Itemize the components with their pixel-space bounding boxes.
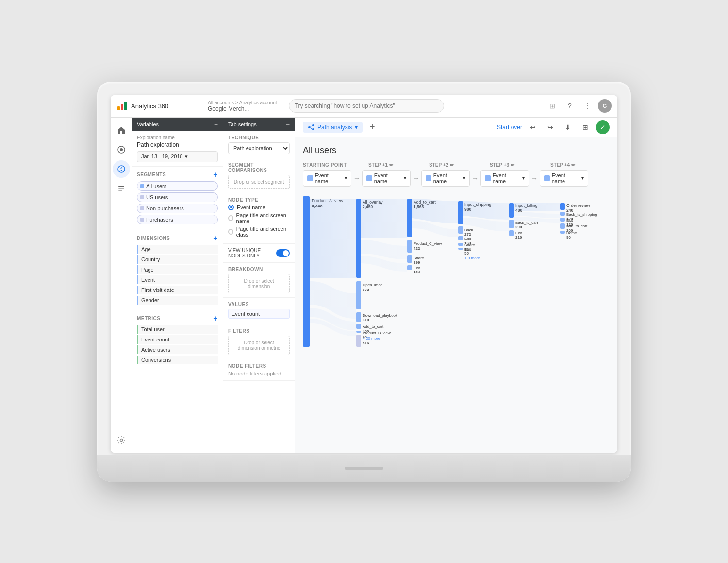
node-order-review[interactable] xyxy=(560,203,565,210)
node-open-imag[interactable] xyxy=(356,281,361,309)
node-exit-4[interactable] xyxy=(509,230,514,236)
label-20-more: + 20 more xyxy=(363,336,381,341)
node-input-billing[interactable] xyxy=(509,203,514,218)
filters-drop-zone[interactable]: Drop or select dimension or metric xyxy=(228,336,290,355)
segment-drop-zone[interactable]: Drop or select segment xyxy=(228,175,290,189)
nav-reports[interactable] xyxy=(113,180,130,197)
node-type-page-title-screen-name[interactable]: Page title and screen name xyxy=(228,212,290,224)
node-back-to-shipping[interactable] xyxy=(560,212,565,216)
add-tab-button[interactable]: + xyxy=(366,121,378,133)
metrics-label: METRICS + xyxy=(137,314,218,323)
segments-add-btn[interactable]: + xyxy=(213,171,218,179)
arrow-1-2: → xyxy=(413,174,419,182)
metrics-add-btn[interactable]: + xyxy=(213,314,218,323)
label-home: Home xyxy=(566,231,577,235)
grid-view-btn[interactable]: ⊞ xyxy=(579,120,592,134)
nav-settings[interactable] xyxy=(113,431,130,449)
node-back-1[interactable] xyxy=(458,226,463,234)
node-product-c-view[interactable] xyxy=(407,240,412,253)
node-home[interactable] xyxy=(560,231,565,234)
segment-label: All users xyxy=(146,183,166,189)
node-share-2[interactable] xyxy=(458,243,463,246)
undo-btn[interactable]: ↩ xyxy=(526,120,540,134)
node-exit-5[interactable] xyxy=(560,218,565,222)
segment-comparisons-section: SEGMENT COMPARISONS Drop or select segme… xyxy=(223,158,295,193)
nav-activity[interactable] xyxy=(113,141,130,158)
node-exit-2[interactable] xyxy=(458,236,463,240)
svg-rect-1 xyxy=(121,104,123,110)
tab-settings-minimize[interactable]: − xyxy=(286,120,290,128)
more-icon-btn[interactable]: ⋮ xyxy=(580,99,594,113)
node-type-page-title-screen-class[interactable]: Page title and screen class xyxy=(228,226,290,238)
sankey-diagram: Product_A_view 4,348 xyxy=(303,191,610,376)
node-exit-3[interactable] xyxy=(458,248,463,250)
nav-home[interactable] xyxy=(113,121,130,139)
logo-icon xyxy=(116,101,127,111)
node-back-to-cart[interactable] xyxy=(509,220,514,228)
svg-rect-8 xyxy=(118,186,124,187)
grid-icon-btn[interactable]: ⊞ xyxy=(546,99,559,113)
variables-minimize[interactable]: − xyxy=(214,120,218,128)
view-unique-toggle[interactable] xyxy=(276,249,290,257)
technique-dropdown[interactable]: Path exploration xyxy=(228,142,290,154)
value-exit-4: 210 xyxy=(515,235,522,239)
breadcrumb-top: All accounts > Analytics account xyxy=(208,100,277,105)
segment-non-purchasers[interactable]: Non purchasers xyxy=(137,204,218,213)
node-20-more[interactable] xyxy=(356,335,361,347)
svg-point-14 xyxy=(312,128,314,130)
top-bar: Analytics 360 All accounts > Analytics a… xyxy=(111,95,617,118)
event-selector-4[interactable]: Event name ▾ xyxy=(540,170,588,187)
event-selector-2[interactable]: Event name ▾ xyxy=(421,170,470,187)
save-btn[interactable]: ✓ xyxy=(596,120,610,134)
event-selector-3[interactable]: Event name ▾ xyxy=(480,170,529,187)
event-icon-3 xyxy=(485,175,491,181)
segment-all-users[interactable]: All users xyxy=(137,181,218,191)
segment-purchasers[interactable]: Purchasers xyxy=(137,215,218,224)
node-add-to-cart-1[interactable] xyxy=(356,324,361,329)
tab-settings-title: Tab settings xyxy=(228,121,257,127)
dimensions-add-btn[interactable]: + xyxy=(213,234,218,243)
radio-dot-page-screen-class xyxy=(228,229,233,235)
path-analysis-tab[interactable]: Path analysis ▾ xyxy=(303,122,363,133)
values-event-count-chip[interactable]: Event count xyxy=(228,309,290,319)
step4-header: STEP +4 ✏ xyxy=(550,161,609,168)
breakdown-label: BREAKDOWN xyxy=(228,267,290,272)
node-product-a-view[interactable] xyxy=(303,196,310,347)
segment-us-users[interactable]: US users xyxy=(137,192,218,202)
value-product-c-view: 422 xyxy=(414,246,420,251)
technique-label: TECHNIQUE xyxy=(228,135,290,140)
start-over-link[interactable]: Start over xyxy=(497,124,522,131)
help-icon-btn[interactable]: ? xyxy=(563,99,577,113)
dim-age: Age xyxy=(137,245,218,254)
event-selector-1[interactable]: Event name ▾ xyxy=(362,170,411,187)
svg-line-16 xyxy=(310,127,312,129)
nav-explore[interactable] xyxy=(113,160,130,178)
breakdown-drop-zone[interactable]: Drop or select dimension xyxy=(228,274,290,293)
search-input[interactable] xyxy=(289,99,444,113)
logo-area: Analytics 360 xyxy=(116,101,204,111)
filters-placeholder: Drop or select dimension or metric xyxy=(238,340,280,351)
dim-page: Page xyxy=(137,265,218,274)
node-all-overlay[interactable] xyxy=(356,199,361,278)
event-selector-0[interactable]: Event name ▾ xyxy=(303,170,351,187)
laptop-screen: Analytics 360 All accounts > Analytics a… xyxy=(111,95,617,453)
node-add-to-cart-2[interactable] xyxy=(407,199,412,237)
svg-marker-6 xyxy=(120,167,122,169)
node-type-event-name[interactable]: Event name xyxy=(228,205,290,210)
node-product-b-view[interactable] xyxy=(356,331,361,333)
radio-dot-page-screen-name xyxy=(228,215,233,221)
user-avatar[interactable]: G xyxy=(598,99,612,113)
date-selector[interactable]: Jan 13 - 19, 2018 ▾ xyxy=(137,151,218,162)
node-add-to-cart-5[interactable] xyxy=(560,223,565,229)
download-btn[interactable]: ⬇ xyxy=(561,120,575,134)
redo-btn[interactable]: ↪ xyxy=(544,120,557,134)
radio-dot-event-name xyxy=(228,205,234,210)
segment-color-dot xyxy=(140,184,144,188)
node-exit-1[interactable] xyxy=(407,265,412,270)
value-20-more: 516 xyxy=(363,341,369,345)
flow-0-alloverlay xyxy=(310,199,356,278)
node-download-playbook[interactable] xyxy=(356,312,361,322)
label-add-to-cart-5: Add_to_cart xyxy=(566,224,588,228)
node-share-1[interactable] xyxy=(407,255,412,263)
node-input-shipping[interactable] xyxy=(458,201,463,224)
